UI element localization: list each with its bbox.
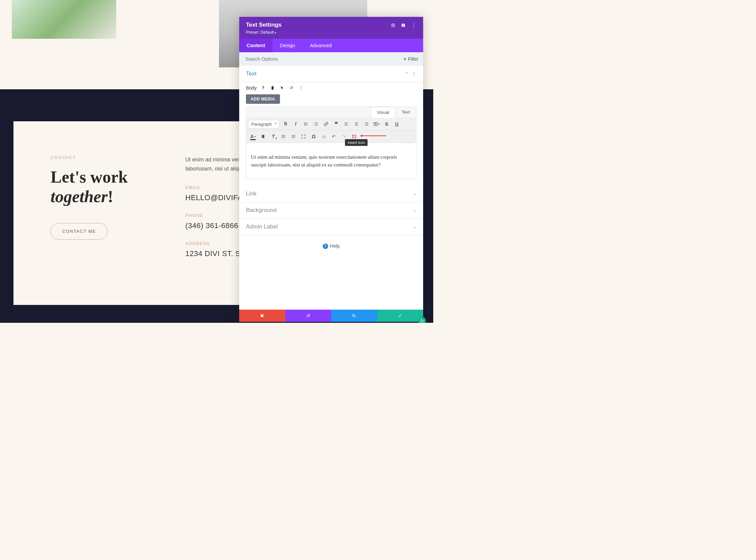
tabs: Content Design Advanced [239,39,423,52]
tab-advanced[interactable]: Advanced [303,39,339,52]
expand-icon[interactable] [391,23,395,28]
help-icon: ? [323,244,328,249]
svg-rect-2 [402,24,403,27]
undo-button[interactable]: ↶ [329,132,339,141]
svg-rect-35 [293,136,295,137]
svg-rect-6 [305,123,307,123]
svg-point-5 [304,122,305,123]
help-icon[interactable]: ? [260,85,266,91]
cancel-button[interactable]: ✖ [239,309,285,322]
italic-button[interactable]: I [291,119,301,129]
editor: Visual Text Paragraph B I 123 ❝ ▾ S U A▾ [246,106,416,179]
section-admin-label[interactable]: Admin Label ⌄ [239,219,423,235]
footer-actions: ✖ ↺ ↻ ✓ [239,309,423,322]
redo-all-button[interactable]: ↻ [331,309,377,322]
chevron-down-icon: ⌄ [413,208,416,213]
svg-rect-16 [315,125,318,125]
svg-rect-20 [354,123,358,123]
editor-tab-visual[interactable]: Visual [371,107,396,118]
svg-rect-31 [282,135,285,136]
panel-header[interactable]: Text Settings Preset: Default ⋮ [239,17,423,39]
annotation-arrow [361,136,386,136]
svg-rect-29 [262,135,264,138]
svg-rect-24 [366,124,368,124]
editor-toolbar-row1: Paragraph B I 123 ❝ ▾ S U [246,118,416,131]
paste-button[interactable] [259,132,268,141]
tab-content[interactable]: Content [239,39,272,52]
help-link[interactable]: ?Help [239,235,423,309]
svg-rect-8 [305,124,307,124]
chevron-up-icon: ⌃ [405,72,408,76]
svg-rect-3 [404,24,405,27]
chevron-down-icon: ⌄ [413,224,416,229]
section-link[interactable]: Link ⌄ [239,186,423,202]
chevron-down-icon: ⌄ [413,192,416,196]
more-icon[interactable]: ⋮ [411,23,416,29]
align-left-button[interactable] [342,119,351,129]
section-more-icon[interactable]: ⋮ [412,71,416,77]
hover-icon[interactable] [279,85,285,91]
strikethrough-button[interactable]: S [382,119,391,129]
fullscreen-button[interactable] [299,132,308,141]
svg-rect-33 [282,138,285,138]
align-center-button[interactable] [352,119,361,129]
svg-rect-30 [262,135,264,135]
bullet-list-button[interactable] [301,119,311,129]
image-placeholder-1 [12,0,116,39]
undo-all-button[interactable]: ↺ [285,309,331,322]
svg-text:3: 3 [314,124,315,126]
contact-me-button[interactable]: CONTACT ME [50,223,108,240]
outdent-button[interactable] [279,132,288,141]
clear-format-button[interactable]: T× [268,132,278,141]
bold-button[interactable]: B [281,119,290,129]
svg-rect-19 [344,125,348,125]
table-button[interactable]: ▾ [372,119,381,129]
svg-rect-36 [292,138,295,138]
layout-icon[interactable] [401,23,406,28]
svg-rect-25 [365,125,368,125]
paragraph-select[interactable]: Paragraph [248,120,279,128]
reset-icon[interactable]: ↺ [288,85,294,91]
indent-button[interactable] [289,132,298,141]
svg-rect-23 [365,123,368,123]
tab-design[interactable]: Design [272,39,303,52]
editor-tab-text[interactable]: Text [395,107,416,118]
svg-rect-17 [344,123,348,123]
quote-button[interactable]: ❝ [331,119,341,129]
svg-point-7 [304,124,305,124]
mobile-icon[interactable] [269,85,275,91]
section-background[interactable]: Background ⌄ [239,202,423,219]
section-text-header[interactable]: Text ⌃⋮ [239,66,423,82]
search-input[interactable] [239,52,399,66]
svg-rect-10 [305,125,307,125]
editor-toolbar-row2: A▾ T× Ω ☺ ↶ ↷ Insert Icon [246,131,416,143]
save-button[interactable]: ✓ [377,309,424,322]
svg-point-1 [393,25,393,26]
underline-button[interactable]: U [392,119,402,129]
svg-rect-22 [354,125,358,125]
svg-rect-4 [271,86,273,90]
link-button[interactable] [321,119,331,129]
svg-rect-21 [355,124,357,124]
text-section-body: Body ? ↺ ⋮ ADD MEDIA Visual Text Paragra… [239,85,423,186]
align-right-button[interactable] [362,119,371,129]
filter-button[interactable]: Filter [399,53,423,65]
emoji-button[interactable]: ☺ [319,132,328,141]
text-settings-panel: Text Settings Preset: Default ⋮ Content … [239,17,423,322]
headline: Let's work together! [50,167,165,206]
special-char-button[interactable]: Ω [309,132,319,141]
panel-title: Text Settings [246,22,281,28]
field-more-icon[interactable]: ⋮ [298,85,304,91]
preset-dropdown[interactable]: Preset: Default [246,30,281,35]
editor-content[interactable]: Ut enim ad minima veniam, quis nostrum e… [246,145,416,179]
grammarly-icon[interactable]: ↻ [418,317,426,323]
text-color-button[interactable]: A▾ [248,132,258,141]
svg-rect-32 [283,136,285,137]
svg-rect-34 [292,135,295,136]
svg-rect-12 [315,123,318,123]
number-list-button[interactable]: 123 [311,119,321,129]
body-label: Body [246,85,257,91]
add-media-button[interactable]: ADD MEDIA [246,94,280,104]
section-eyebrow: CONTACT [50,155,165,160]
svg-rect-18 [344,124,347,124]
